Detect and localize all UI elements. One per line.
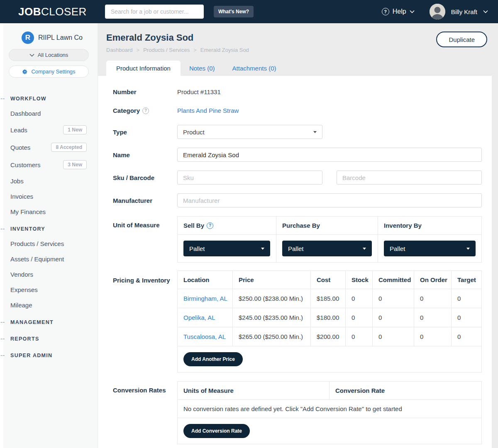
company-settings-label: Company Settings (31, 68, 75, 75)
manufacturer-label: Manufacturer (113, 197, 177, 204)
sell-by-header: Sell By ? (178, 217, 276, 235)
pricing-inventory-label: Pricing & Inventory (113, 270, 177, 285)
location-link-birmingham[interactable]: Birmingham, AL (183, 295, 227, 302)
name-label: Name (113, 151, 177, 158)
sidebar-item-leads[interactable]: Leads1 New (0, 121, 98, 139)
sell-by-value: Pallet (189, 245, 205, 252)
tab-product-information[interactable]: Product Information (106, 61, 181, 76)
type-select-value: Product (183, 129, 205, 136)
chevron-down-icon (29, 54, 34, 57)
add-conversion-rate-button[interactable]: Add Conversion Rate (183, 424, 250, 438)
pricing-inventory-table: Location Price Cost Stock Committed On O… (177, 270, 482, 373)
sidebar-item-customers[interactable]: Customers3 New (0, 156, 98, 173)
customers-badge: 3 New (63, 160, 87, 169)
on-order-cell: 0 (414, 308, 452, 327)
col-target: Target (452, 271, 482, 289)
add-another-price-button[interactable]: Add Another Price (183, 352, 243, 366)
purchase-by-select[interactable]: Pallet (282, 241, 372, 256)
category-link[interactable]: Plants And Pine Straw (177, 107, 482, 114)
table-row: Birmingham, AL $250.00 ($238.00 Min.) $1… (178, 289, 482, 308)
sidebar-item-label: Mileage (10, 302, 32, 309)
sell-by-select[interactable]: Pallet (183, 241, 270, 256)
sidebar-item-label: Leads (10, 127, 27, 134)
location-link-opelika[interactable]: Opelika, AL (183, 314, 215, 321)
sidebar-item-mileage[interactable]: Mileage (0, 297, 98, 313)
number-value: Product #11331 (177, 88, 482, 95)
col-location: Location (178, 271, 233, 289)
location-selector[interactable]: All Locations (9, 49, 89, 61)
sidebar-section-inventory[interactable]: --- INVENTORY (0, 222, 98, 236)
name-input[interactable] (177, 148, 482, 162)
sidebar-item-label: Assets / Equipment (10, 256, 64, 263)
tab-notes[interactable]: Notes (0) (181, 61, 224, 76)
manufacturer-input[interactable] (177, 193, 482, 207)
type-select[interactable]: Product (177, 125, 322, 139)
main-content: Emerald Zoysia Sod Dashboard > Products … (98, 23, 498, 448)
sidebar-item-products-services[interactable]: Products / Services (0, 236, 98, 251)
table-row: Opelika, AL $245.00 ($235.00 Min.) $180.… (178, 308, 482, 327)
caret-down-icon (313, 131, 317, 133)
unit-of-measure-table: Sell By ? Purchase By Inventory By Palle… (177, 216, 482, 263)
sidebar-section-workflow[interactable]: --- WORKFLOW (0, 92, 98, 106)
breadcrumb-dashboard[interactable]: Dashboard (106, 47, 133, 53)
sidebar-section-reports[interactable]: --- REPORTS (0, 332, 98, 346)
sidebar-section-management[interactable]: --- MANAGEMENT (0, 315, 98, 329)
caret-down-icon (466, 248, 470, 250)
help-menu[interactable]: ? Help (382, 8, 415, 15)
sidebar-item-dashboard[interactable]: Dashboard (0, 106, 98, 121)
gear-icon (22, 69, 28, 75)
chevron-down-icon[interactable] (483, 10, 488, 13)
target-cell: 0 (452, 289, 482, 308)
stock-cell: 0 (346, 308, 373, 327)
location-link-tuscaloosa[interactable]: Tuscaloosa, AL (183, 333, 226, 340)
sidebar-item-label: Products / Services (10, 240, 64, 247)
tab-attachments[interactable]: Attachments (0) (224, 61, 285, 76)
whats-new-button[interactable]: What's New? (214, 6, 254, 17)
sidebar-item-label: My Finances (10, 208, 46, 215)
sidebar-item-expenses[interactable]: Expenses (0, 282, 98, 297)
section-dash-icon: --- (0, 226, 5, 232)
sidebar-item-assets-equipment[interactable]: Assets / Equipment (0, 251, 98, 267)
sidebar-item-quotes[interactable]: Quotes8 Accepted (0, 139, 98, 156)
sidebar-item-invoices[interactable]: Invoices (0, 189, 98, 204)
sidebar-section-super-admin[interactable]: --- SUPER ADMIN (0, 348, 98, 363)
section-label: WORKFLOW (10, 96, 46, 102)
help-label: Help (393, 8, 406, 15)
conversion-empty-message: No conversion rates are defined yet. Cli… (178, 400, 482, 418)
category-help-icon[interactable]: ? (142, 107, 149, 114)
app-logo[interactable]: JOBCLOSER (18, 5, 87, 18)
sidebar-item-my-finances[interactable]: My Finances (0, 204, 98, 219)
section-dash-icon: --- (0, 353, 5, 358)
sell-by-help-icon[interactable]: ? (207, 222, 213, 229)
price-cell: $245.00 ($235.00 Min.) (233, 308, 311, 327)
breadcrumb-products-services[interactable]: Products / Services (143, 47, 190, 53)
help-icon: ? (382, 8, 389, 15)
user-name[interactable]: Billy Kraft (451, 8, 477, 15)
col-cost: Cost (311, 271, 346, 289)
sidebar: R RIIPL Lawn Co All Locations Company Se… (0, 23, 98, 448)
inventory-by-header: Inventory By (378, 217, 482, 235)
col-conversion-rate: Conversion Rate (330, 382, 482, 400)
col-committed: Committed (373, 271, 414, 289)
breadcrumb-separator: > (137, 47, 140, 53)
inventory-by-select[interactable]: Pallet (384, 241, 476, 256)
company-settings-button[interactable]: Company Settings (9, 66, 89, 78)
target-cell: 0 (452, 308, 482, 327)
duplicate-button[interactable]: Duplicate (436, 32, 487, 47)
stock-cell: 0 (346, 289, 373, 308)
breadcrumb-current: Emerald Zoysia Sod (200, 47, 249, 53)
unit-of-measure-label: Unit of Measure (113, 216, 177, 229)
sku-barcode-label: Sku / Barcode (113, 174, 177, 181)
sku-input[interactable] (177, 170, 322, 185)
breadcrumb: Dashboard > Products / Services > Emeral… (106, 47, 492, 53)
top-navbar: JOBCLOSER What's New? ? Help Billy Kraft (0, 0, 498, 23)
sidebar-item-vendors[interactable]: Vendors (0, 267, 98, 282)
barcode-input[interactable] (337, 170, 482, 185)
search-input[interactable] (105, 5, 204, 19)
cost-cell: $180.00 (311, 308, 346, 327)
logo-light-part: CLOSER (41, 5, 87, 18)
logo-bold-part: JOB (18, 5, 41, 18)
sidebar-item-jobs[interactable]: Jobs (0, 173, 98, 189)
user-avatar[interactable] (430, 4, 445, 19)
on-order-cell: 0 (414, 289, 452, 308)
